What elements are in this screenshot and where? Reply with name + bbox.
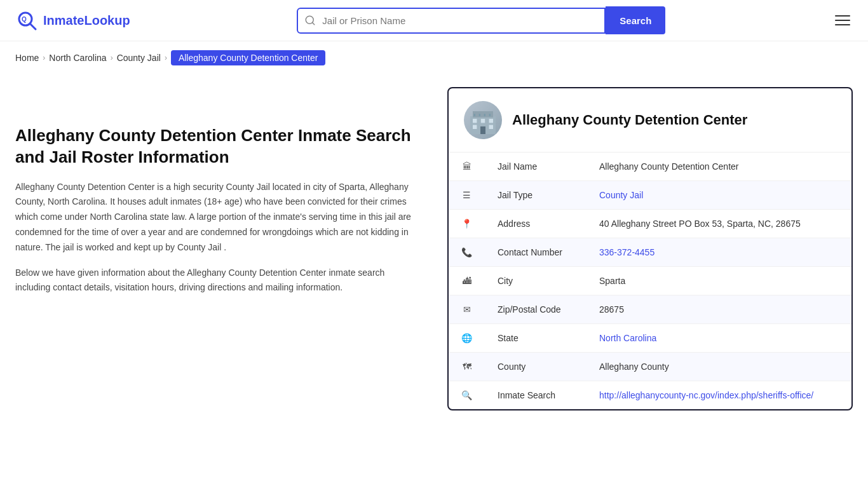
row-label: State xyxy=(485,324,587,353)
logo-text: InmateLookup xyxy=(43,13,130,28)
svg-rect-12 xyxy=(489,125,493,129)
row-value: 28675 xyxy=(587,295,851,324)
breadcrumb: Home › North Carolina › County Jail › Al… xyxy=(0,41,868,74)
table-row: ☰Jail TypeCounty Jail xyxy=(449,181,851,210)
menu-button[interactable] xyxy=(832,13,853,28)
card-title: Alleghany County Detention Center xyxy=(512,112,747,128)
breadcrumb-sep-3: › xyxy=(165,53,167,62)
row-value: 40 Alleghany Street PO Box 53, Sparta, N… xyxy=(587,210,851,238)
svg-text:Q: Q xyxy=(22,16,27,23)
row-link[interactable]: County Jail xyxy=(599,190,643,200)
row-label: Contact Number xyxy=(485,238,587,267)
row-value[interactable]: County Jail xyxy=(587,181,851,210)
site-logo[interactable]: Q InmateLookup xyxy=(15,9,130,32)
row-value: Sparta xyxy=(587,267,851,295)
table-row: ✉Zip/Postal Code28675 xyxy=(449,295,851,324)
svg-line-4 xyxy=(313,22,315,24)
table-row: 🏛Jail NameAlleghany County Detention Cen… xyxy=(449,152,851,181)
table-row: 🌐StateNorth Carolina xyxy=(449,324,851,353)
facility-logo xyxy=(464,101,502,139)
search-bar: Search xyxy=(297,6,665,34)
row-icon: 🏛 xyxy=(449,152,485,181)
breadcrumb-home[interactable]: Home xyxy=(15,53,39,63)
row-icon: 🔍 xyxy=(449,381,485,410)
breadcrumb-sep-2: › xyxy=(111,53,113,62)
row-label: Address xyxy=(485,210,587,238)
row-label: County xyxy=(485,353,587,381)
table-row: 📞Contact Number336-372-4455 xyxy=(449,238,851,267)
row-label: Zip/Postal Code xyxy=(485,295,587,324)
svg-rect-11 xyxy=(473,125,477,129)
svg-rect-13 xyxy=(474,114,475,116)
table-row: 📍Address40 Alleghany Street PO Box 53, S… xyxy=(449,210,851,238)
svg-rect-10 xyxy=(489,119,493,123)
row-value[interactable]: 336-372-4455 xyxy=(587,238,851,267)
breadcrumb-north-carolina[interactable]: North Carolina xyxy=(49,53,106,63)
row-icon: 🌐 xyxy=(449,324,485,353)
svg-rect-15 xyxy=(484,114,485,116)
row-label: City xyxy=(485,267,587,295)
search-wrapper xyxy=(297,8,606,34)
svg-rect-9 xyxy=(481,119,485,123)
logo-icon: Q xyxy=(15,9,38,32)
info-card: Alleghany County Detention Center 🏛Jail … xyxy=(447,87,853,410)
building-icon xyxy=(468,109,498,139)
row-value: Alleghany County Detention Center xyxy=(587,152,851,181)
card-header: Alleghany County Detention Center xyxy=(449,88,851,152)
search-input[interactable] xyxy=(322,9,604,32)
row-label: Inmate Search xyxy=(485,381,587,410)
svg-line-1 xyxy=(30,24,36,29)
main-content: Alleghany County Detention Center Inmate… xyxy=(0,74,868,436)
row-label: Jail Type xyxy=(485,181,587,210)
row-link[interactable]: 336-372-4455 xyxy=(599,247,654,257)
description-paragraph-2: Below we have given information about th… xyxy=(15,266,422,296)
breadcrumb-sep-1: › xyxy=(43,53,45,62)
svg-rect-16 xyxy=(489,114,491,116)
left-column: Alleghany County Detention Center Inmate… xyxy=(15,87,422,410)
row-icon: 🗺 xyxy=(449,353,485,381)
row-label: Jail Name xyxy=(485,152,587,181)
page-title: Alleghany County Detention Center Inmate… xyxy=(15,125,422,168)
row-icon: 🏙 xyxy=(449,267,485,295)
description-paragraph-1: Alleghany County Detention Center is a h… xyxy=(15,180,422,255)
row-icon: 📞 xyxy=(449,238,485,267)
breadcrumb-county-jail[interactable]: County Jail xyxy=(117,53,161,63)
breadcrumb-current: Alleghany County Detention Center xyxy=(171,50,325,65)
site-header: Q InmateLookup Search xyxy=(0,0,868,41)
row-value[interactable]: http://alleghanycounty-nc.gov/index.php/… xyxy=(587,381,851,410)
svg-rect-7 xyxy=(480,126,485,134)
row-icon: 📍 xyxy=(449,210,485,238)
svg-rect-14 xyxy=(479,114,480,116)
right-column: Alleghany County Detention Center 🏛Jail … xyxy=(447,87,853,410)
row-value[interactable]: North Carolina xyxy=(587,324,851,353)
table-row: 🗺CountyAlleghany County xyxy=(449,353,851,381)
row-value: Alleghany County xyxy=(587,353,851,381)
row-icon: ✉ xyxy=(449,295,485,324)
search-button[interactable]: Search xyxy=(606,6,665,34)
info-table: 🏛Jail NameAlleghany County Detention Cen… xyxy=(449,152,851,409)
row-icon: ☰ xyxy=(449,181,485,210)
row-link[interactable]: http://alleghanycounty-nc.gov/index.php/… xyxy=(599,390,813,400)
table-row: 🔍Inmate Searchhttp://alleghanycounty-nc.… xyxy=(449,381,851,410)
svg-rect-8 xyxy=(473,119,477,123)
search-icon xyxy=(298,9,322,32)
row-link[interactable]: North Carolina xyxy=(599,333,656,343)
table-row: 🏙CitySparta xyxy=(449,267,851,295)
